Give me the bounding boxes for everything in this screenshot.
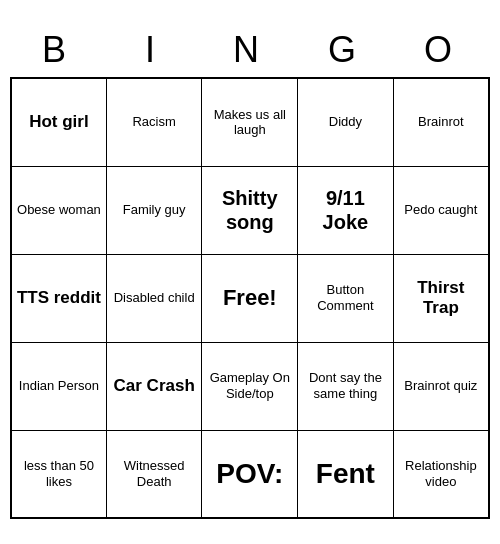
cell-r0-c0: Hot girl — [11, 78, 106, 166]
cell-r1-c2: Shitty song — [202, 166, 298, 254]
title-i: I — [106, 29, 202, 71]
bingo-title: B I N G O — [10, 25, 490, 75]
cell-r4-c0: less than 50 likes — [11, 430, 106, 518]
title-g: G — [298, 29, 394, 71]
cell-r1-c3: 9/11 Joke — [298, 166, 394, 254]
cell-r2-c3: Button Comment — [298, 254, 394, 342]
cell-r3-c3: Dont say the same thing — [298, 342, 394, 430]
cell-r1-c4: Pedo caught — [393, 166, 489, 254]
cell-r4-c4: Relationship video — [393, 430, 489, 518]
cell-r3-c4: Brainrot quiz — [393, 342, 489, 430]
cell-r4-c3: Fent — [298, 430, 394, 518]
cell-r1-c1: Family guy — [106, 166, 202, 254]
cell-r4-c2: POV: — [202, 430, 298, 518]
cell-r2-c2: Free! — [202, 254, 298, 342]
cell-r3-c2: Gameplay On Side/top — [202, 342, 298, 430]
bingo-card: B I N G O Hot girlRacismMakes us all lau… — [10, 25, 490, 519]
cell-r0-c3: Diddy — [298, 78, 394, 166]
cell-r3-c1: Car Crash — [106, 342, 202, 430]
cell-r0-c2: Makes us all laugh — [202, 78, 298, 166]
cell-r2-c1: Disabled child — [106, 254, 202, 342]
cell-r4-c1: Witnessed Death — [106, 430, 202, 518]
cell-r2-c4: Thirst Trap — [393, 254, 489, 342]
title-o: O — [394, 29, 490, 71]
title-n: N — [202, 29, 298, 71]
cell-r0-c1: Racism — [106, 78, 202, 166]
cell-r1-c0: Obese woman — [11, 166, 106, 254]
title-b: B — [10, 29, 106, 71]
cell-r0-c4: Brainrot — [393, 78, 489, 166]
bingo-grid: Hot girlRacismMakes us all laughDiddyBra… — [10, 77, 490, 519]
cell-r3-c0: Indian Person — [11, 342, 106, 430]
cell-r2-c0: TTS reddit — [11, 254, 106, 342]
